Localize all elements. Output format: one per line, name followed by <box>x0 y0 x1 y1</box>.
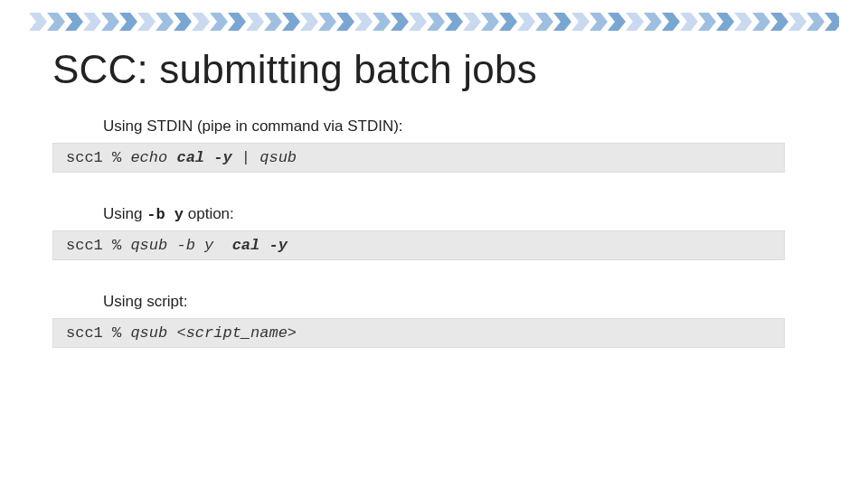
cmd-post: | qsub <box>232 149 297 166</box>
shell-prompt: scc1 % <box>66 149 130 166</box>
label-text: Using <box>103 205 142 222</box>
label-text: Using STDIN (pipe in command via STDIN): <box>103 117 403 135</box>
section-label-stdin: Using STDIN (pipe in command via STDIN): <box>103 117 816 136</box>
cmd-bold: cal -y <box>232 237 288 254</box>
cmd-bold: cal -y <box>176 149 231 166</box>
slide-title: SCC: submitting batch jobs <box>52 47 816 92</box>
code-block-b-y: scc1 % qsub -b y cal -y <box>52 230 785 260</box>
section-label-script: Using script: <box>103 293 816 311</box>
chevron-border <box>29 13 839 31</box>
code-block-stdin: scc1 % echo cal -y | qsub <box>52 143 785 173</box>
shell-prompt: scc1 % <box>66 324 130 342</box>
shell-prompt: scc1 % <box>66 237 130 254</box>
label-text: Using script: <box>103 293 188 310</box>
label-mono: -b y <box>146 206 184 223</box>
cmd-pre: qsub <script_name> <box>130 324 297 342</box>
code-block-script: scc1 % qsub <script_name> <box>52 318 785 348</box>
label-suffix: option: <box>188 205 234 222</box>
section-label-b-y: Using -b y option: <box>103 205 816 223</box>
slide-content: SCC: submitting batch jobs Using STDIN (… <box>52 47 816 380</box>
cmd-pre: qsub -b y <box>130 237 231 254</box>
cmd-pre: echo <box>130 149 176 166</box>
